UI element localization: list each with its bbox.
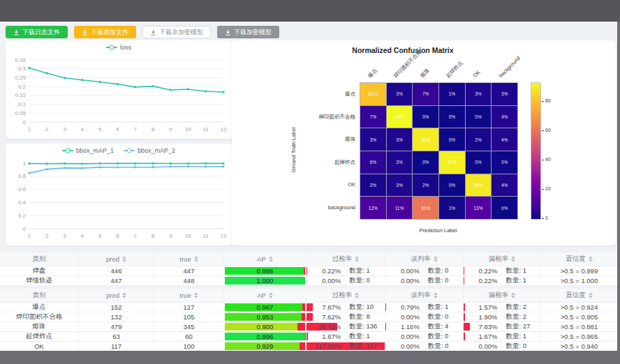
rate-count: 数量: 1 [341,332,385,341]
matrix-row-label: background [291,204,355,211]
legend-label: bbox_mAP_1 [76,147,114,154]
cell-category: 焊缝轨迹 [0,276,78,285]
legend-item-bbox_mAP_1[interactable]: bbox_mAP_1 [62,147,114,154]
column-header-误判率[interactable]: 误判率 [385,289,463,302]
rate-percent: 0.00% [385,313,420,321]
matrix-cell: 3% [387,174,413,197]
table-row: OK1171000.929117.00%数量: 1170.00%数量: 00.0… [0,341,617,351]
matrix-column-label: 起焊炸点 [445,60,464,79]
cell-misjudge-rate: 0.00%数量: 0 [385,266,463,275]
column-header-true[interactable]: true [154,252,223,266]
rate-count: 数量: 0 [420,342,463,351]
svg-text:6: 6 [116,233,119,239]
confusion-matrix-grid: 81%3%7%1%3%3%7%93%0%0%0%4%3%3%90%0%2%4%6… [360,82,518,220]
rate-percent: 0.00% [307,277,341,285]
metrics-table-defects: 类别predtrueAP过检率误判率漏检率置信度爆点1521270.9677.8… [0,289,617,351]
column-header-AP[interactable]: AP [223,252,306,266]
column-header-label: 类别 [33,291,46,300]
svg-text:0.35: 0.35 [15,57,26,63]
matrix-cell: 2% [466,128,492,151]
rate-count: 数量: 0 [497,342,540,351]
column-header-置信度[interactable]: 置信度 [540,252,617,266]
cell-pred: 152 [78,303,154,312]
matrix-cell: 61% [413,197,438,219]
cell-true: 448 [154,276,223,285]
matrix-cell: 0% [439,106,465,128]
sort-carets-icon [269,292,273,298]
window-chrome-top [0,0,620,22]
rate-percent: 0.00% [385,277,420,285]
rate-count: 数量: 136 [341,322,385,331]
cell-misjudge-rate: 0.00%数量: 0 [385,312,463,321]
download-report-button[interactable]: 下载简报文件 [74,26,136,38]
sort-carets-icon [511,256,515,262]
ap-value: 0.953 [257,313,274,321]
svg-text:0.2: 0.2 [18,213,27,219]
cell-ap: 0.967 [223,303,306,312]
svg-text:6: 6 [116,126,119,132]
column-header-漏检率[interactable]: 漏检率 [463,252,540,266]
cell-ap: 1.000 [223,276,306,285]
cell-over-rate: 1.67%数量: 1 [306,332,385,341]
rate-count: 数量: 8 [341,312,385,321]
column-header-pred[interactable]: pred [78,252,154,266]
matrix-cell: 1% [439,197,465,219]
colorbar [531,82,541,220]
rate-count: 数量: 1 [497,276,540,285]
rate-count: 数量: 117 [341,342,385,351]
cell-confidence: >0.5 = 1.000 [540,276,617,285]
matrix-cell: 2% [360,174,386,197]
sort-carets-icon [194,292,198,298]
table-row: 焊缝轨迹4474481.0000.00%数量: 00.00%数量: 00.22%… [0,275,617,285]
cell-over-rate: 39.42%数量: 136 [306,322,385,331]
cell-over-rate: 0.00%数量: 0 [306,276,385,285]
table-header-row: 类别predtrueAP过检率误判率漏检率置信度 [0,252,617,266]
svg-text:0.8: 0.8 [18,173,27,179]
column-header-漏检率[interactable]: 漏检率 [463,289,540,302]
matrix-cell: 7% [360,106,386,128]
column-header-pred[interactable]: pred [78,289,154,302]
sort-asc-icon [589,292,593,295]
colorbar-tick: 20 [545,186,551,191]
column-header-置信度[interactable]: 置信度 [540,289,617,302]
table-row: 熔珠4793450.90039.42%数量: 1361.16%数量: 47.83… [0,321,617,331]
column-header-过检率[interactable]: 过检率 [306,289,385,302]
matrix-cell: 0% [413,106,438,128]
cell-true: 345 [154,322,223,331]
download-encrypted-model-button[interactable]: 下载加密模型 [217,26,279,38]
rate-percent: 0.22% [464,277,497,285]
legend-item-bbox_mAP_2[interactable]: bbox_mAP_2 [124,147,175,154]
rate-percent: 117.00% [307,342,341,350]
svg-text:3: 3 [63,126,66,132]
svg-text:0: 0 [23,119,27,126]
matrix-cell: 3% [387,151,413,174]
download-log-button[interactable]: 下载日志文件 [6,26,68,38]
legend-marker [106,45,117,51]
svg-text:9: 9 [169,233,172,239]
sort-carets-icon [122,292,126,298]
rate-percent: 1.67% [464,333,497,340]
download-icon [13,29,20,36]
rate-percent: 1.90% [464,313,497,321]
matrix-cell: 4% [492,174,517,197]
cell-over-rate: 0.22%数量: 1 [306,266,385,275]
column-header-过检率[interactable]: 过检率 [306,252,385,266]
svg-text:1: 1 [23,160,27,167]
matrix-cell: 3% [387,128,413,151]
matrix-cell: 3% [387,83,413,105]
sort-asc-icon [589,256,593,259]
cell-miss-rate: 0.22%数量: 1 [463,276,540,285]
download-plain-model-button[interactable]: 下载非加密模型 [142,26,211,38]
sort-desc-icon [269,259,273,262]
column-header-AP[interactable]: AP [223,289,306,302]
column-header-误判率[interactable]: 误判率 [385,252,463,266]
download-icon [225,29,231,36]
cell-miss-rate: 7.83%数量: 27 [463,322,540,331]
sort-asc-icon [269,292,273,295]
column-header-label: 漏检率 [489,291,509,300]
column-header-label: AP [257,291,266,299]
column-header-true[interactable]: true [154,289,223,302]
legend-item-loss[interactable]: loss [106,44,131,51]
rate-count: 数量: 27 [497,322,540,331]
rate-percent: 0.00% [385,267,420,275]
